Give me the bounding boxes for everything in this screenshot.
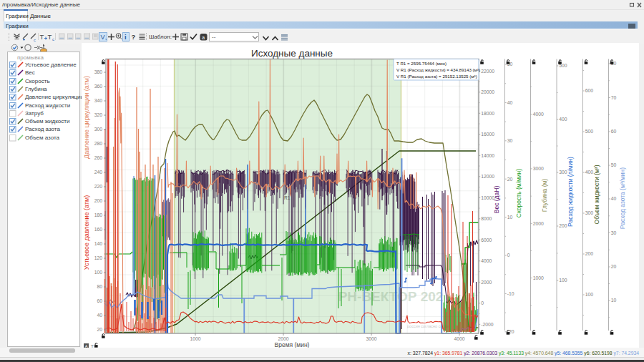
svg-text:2000: 2000 xyxy=(533,221,544,226)
svg-text:V: V xyxy=(100,34,104,41)
svg-text:60: 60 xyxy=(97,298,102,303)
svg-text:100: 100 xyxy=(585,292,594,297)
svg-text:12000: 12000 xyxy=(481,174,494,179)
svg-text:100: 100 xyxy=(559,278,567,283)
svg-text:1000: 1000 xyxy=(190,336,200,341)
svg-text:Глубина (м): Глубина (м) xyxy=(541,179,548,212)
svg-text:Время (мин): Время (мин) xyxy=(275,341,310,348)
svg-text:30: 30 xyxy=(507,138,513,143)
svg-text:40: 40 xyxy=(97,313,102,318)
svg-text:Расход жидкости (л/мин): Расход жидкости (л/мин) xyxy=(567,157,574,227)
svg-text:10: 10 xyxy=(507,215,513,220)
svg-text:Устьевое давление (атм): Устьевое давление (атм) xyxy=(83,195,90,270)
svg-text:0: 0 xyxy=(507,253,510,258)
svg-text:50: 50 xyxy=(611,162,617,167)
svg-text:Исходные данные: Исходные данные xyxy=(251,48,333,59)
svg-text:-10: -10 xyxy=(507,291,514,296)
svg-text:200: 200 xyxy=(94,198,103,203)
svg-text:500: 500 xyxy=(585,129,594,134)
svg-text:c: c xyxy=(34,38,36,42)
svg-text:300: 300 xyxy=(94,127,103,132)
svg-text:4000: 4000 xyxy=(533,112,544,117)
svg-text:Расход азота (м³/мин): Расход азота (м³/мин) xyxy=(619,167,626,229)
svg-text:16000: 16000 xyxy=(481,132,494,137)
svg-text:20: 20 xyxy=(97,327,102,332)
svg-text:1000: 1000 xyxy=(533,275,544,280)
svg-text:V R1 (Расход азота) = 29152.13: V R1 (Расход азота) = 29152.13525 (м³) xyxy=(396,74,477,79)
svg-text:220: 220 xyxy=(94,184,103,189)
svg-text:80: 80 xyxy=(97,284,102,289)
svg-text:60: 60 xyxy=(611,129,617,134)
svg-text:40: 40 xyxy=(611,196,617,201)
svg-text:200: 200 xyxy=(585,251,594,256)
svg-text:3000: 3000 xyxy=(366,336,376,341)
svg-text:V R1 (Расход жидкости) = 434.8: V R1 (Расход жидкости) = 434.89143 (м³) xyxy=(396,67,480,72)
svg-text:4000: 4000 xyxy=(481,258,492,263)
svg-text:340: 340 xyxy=(94,98,103,103)
svg-text:280: 280 xyxy=(94,141,103,146)
svg-text:70: 70 xyxy=(611,95,617,100)
svg-text:РН-ВЕКТОР 202: РН-ВЕКТОР 202 xyxy=(338,289,444,304)
svg-text:0: 0 xyxy=(481,300,484,305)
svg-text:380: 380 xyxy=(94,69,103,74)
svg-text:160: 160 xyxy=(94,227,103,232)
svg-text:120: 120 xyxy=(94,255,103,260)
svg-text:Давление циркуляции (атм): Давление циркуляции (атм) xyxy=(83,76,90,159)
svg-text:2000: 2000 xyxy=(481,280,492,285)
svg-text:Вес (даН): Вес (даН) xyxy=(493,186,500,214)
svg-text:320: 320 xyxy=(94,112,103,117)
svg-text:2000: 2000 xyxy=(278,336,288,341)
svg-text:360: 360 xyxy=(94,84,103,89)
svg-text:T: T xyxy=(40,33,44,41)
svg-text:-2000: -2000 xyxy=(481,322,494,327)
svg-text:22000: 22000 xyxy=(481,69,494,74)
svg-text:30: 30 xyxy=(611,230,617,235)
svg-text:3000: 3000 xyxy=(533,166,544,171)
svg-text:140: 140 xyxy=(94,241,103,246)
svg-text:18000: 18000 xyxy=(481,111,494,116)
svg-text:600: 600 xyxy=(585,88,594,93)
svg-text:i: i xyxy=(125,33,127,41)
svg-text:c: c xyxy=(52,37,54,41)
svg-text:180: 180 xyxy=(94,212,103,217)
svg-text:240: 240 xyxy=(94,170,103,175)
svg-text:Скорость (м/мин): Скорость (м/мин) xyxy=(515,169,522,217)
svg-text:10: 10 xyxy=(611,298,617,303)
svg-text:Объем жидкости (м³): Объем жидкости (м³) xyxy=(593,165,600,224)
svg-text:T: T xyxy=(48,33,52,41)
svg-text:R1: R1 xyxy=(284,195,291,200)
svg-text:20000: 20000 xyxy=(481,89,494,94)
svg-text:20: 20 xyxy=(611,264,617,269)
svg-text:8000: 8000 xyxy=(481,216,492,221)
svg-text:T R1 = 2595.75464 (мин): T R1 = 2595.75464 (мин) xyxy=(396,61,447,66)
svg-text:14000: 14000 xyxy=(481,153,494,158)
svg-text:6000: 6000 xyxy=(481,238,492,243)
svg-text:?: ? xyxy=(132,33,136,41)
svg-text:100: 100 xyxy=(94,270,103,275)
svg-text:20: 20 xyxy=(507,177,513,182)
svg-text:260: 260 xyxy=(94,155,103,160)
svg-text:4000: 4000 xyxy=(454,336,464,341)
svg-text:400: 400 xyxy=(559,117,567,122)
svg-text:40: 40 xyxy=(507,100,513,105)
